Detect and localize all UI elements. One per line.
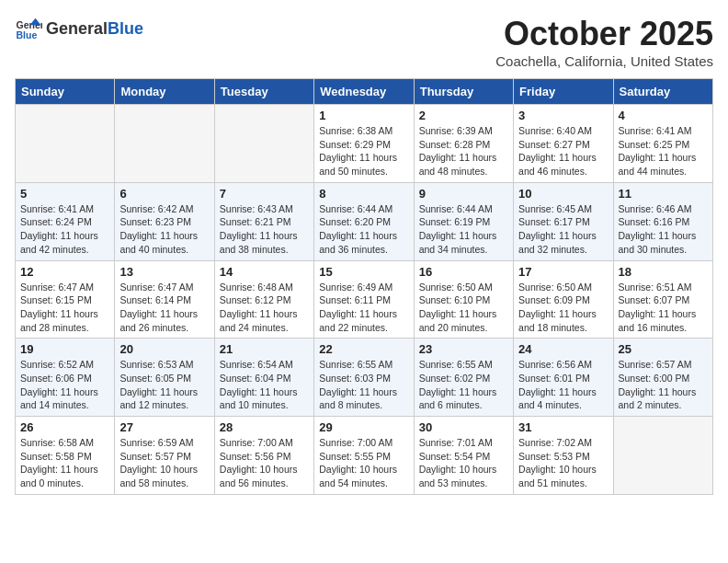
cell-info-line: and 51 minutes.	[518, 477, 608, 490]
cell-info-line: Daylight: 11 hours	[319, 307, 408, 321]
week-row-3: 12Sunrise: 6:47 AMSunset: 6:15 PMDayligh…	[16, 260, 713, 339]
cell-info-line: Sunrise: 7:01 AM	[419, 436, 508, 450]
calendar-cell: 14Sunrise: 6:48 AMSunset: 6:12 PMDayligh…	[214, 260, 313, 339]
day-number: 20	[119, 342, 209, 356]
cell-info-line: Sunrise: 6:41 AM	[20, 202, 109, 216]
calendar-cell: 24Sunrise: 6:56 AMSunset: 6:01 PMDayligh…	[514, 339, 613, 417]
cell-info-line: Sunrise: 6:42 AM	[119, 202, 209, 216]
cell-info-line: and 2 minutes.	[619, 398, 708, 412]
cell-info-line: Sunset: 6:05 PM	[119, 372, 209, 385]
cell-info-line: and 8 minutes.	[319, 398, 408, 412]
calendar-cell	[214, 105, 313, 183]
day-number: 11	[619, 187, 708, 201]
logo-blue: Blue	[108, 19, 143, 38]
cell-info-line: Daylight: 11 hours	[119, 229, 209, 243]
calendar-cell: 26Sunrise: 6:58 AMSunset: 5:58 PMDayligh…	[16, 417, 115, 495]
cell-info-line: Sunrise: 6:53 AM	[119, 358, 209, 372]
day-number: 8	[319, 187, 408, 201]
day-number: 2	[419, 109, 508, 122]
calendar-cell: 21Sunrise: 6:54 AMSunset: 6:04 PMDayligh…	[214, 339, 313, 417]
cell-info-line: Sunset: 6:14 PM	[119, 293, 209, 307]
cell-info-line: Sunrise: 6:57 AM	[619, 358, 708, 372]
cell-info-line: Sunrise: 6:41 AM	[619, 124, 708, 138]
cell-info-line: Sunset: 6:06 PM	[20, 372, 109, 385]
cell-info-line: Daylight: 11 hours	[419, 151, 508, 165]
day-number: 16	[419, 265, 508, 279]
cell-info-line: Sunrise: 6:48 AM	[220, 281, 309, 294]
day-number: 23	[419, 342, 508, 356]
cell-info-line: and 42 minutes.	[20, 243, 109, 257]
cell-info-line: Sunrise: 6:44 AM	[419, 202, 508, 216]
cell-info-line: Sunset: 6:16 PM	[619, 215, 708, 229]
cell-info-line: Sunrise: 7:00 AM	[319, 436, 408, 450]
calendar-cell: 10Sunrise: 6:45 AMSunset: 6:17 PMDayligh…	[514, 182, 613, 260]
cell-info-line: Sunrise: 6:39 AM	[419, 124, 508, 138]
week-row-2: 5Sunrise: 6:41 AMSunset: 6:24 PMDaylight…	[16, 182, 713, 260]
cell-info-line: and 24 minutes.	[220, 321, 309, 335]
cell-info-line: and 12 minutes.	[119, 398, 209, 412]
cell-info-line: Daylight: 11 hours	[619, 385, 708, 399]
calendar-cell: 8Sunrise: 6:44 AMSunset: 6:20 PMDaylight…	[314, 182, 414, 260]
cell-info-line: and 14 minutes.	[20, 398, 109, 412]
week-row-4: 19Sunrise: 6:52 AMSunset: 6:06 PMDayligh…	[16, 339, 713, 417]
cell-info-line: Sunrise: 6:46 AM	[619, 202, 708, 216]
calendar-cell: 20Sunrise: 6:53 AMSunset: 6:05 PMDayligh…	[115, 339, 214, 417]
calendar: SundayMondayTuesdayWednesdayThursdayFrid…	[15, 78, 713, 495]
day-number: 29	[319, 420, 408, 434]
column-header-thursday: Thursday	[414, 79, 513, 105]
calendar-cell: 12Sunrise: 6:47 AMSunset: 6:15 PMDayligh…	[16, 260, 115, 339]
cell-info-line: Daylight: 11 hours	[319, 229, 408, 243]
day-number: 22	[319, 342, 408, 356]
calendar-cell: 7Sunrise: 6:43 AMSunset: 6:21 PMDaylight…	[214, 182, 313, 260]
calendar-cell: 6Sunrise: 6:42 AMSunset: 6:23 PMDaylight…	[115, 182, 214, 260]
day-number: 10	[518, 187, 608, 201]
cell-info-line: Daylight: 11 hours	[20, 463, 109, 477]
calendar-cell: 27Sunrise: 6:59 AMSunset: 5:57 PMDayligh…	[115, 417, 214, 495]
day-number: 15	[319, 265, 408, 279]
calendar-cell: 3Sunrise: 6:40 AMSunset: 6:27 PMDaylight…	[514, 105, 613, 183]
column-header-monday: Monday	[115, 79, 214, 105]
calendar-cell: 13Sunrise: 6:47 AMSunset: 6:14 PMDayligh…	[115, 260, 214, 339]
cell-info-line: and 26 minutes.	[119, 321, 209, 335]
day-number: 30	[419, 420, 508, 434]
day-number: 21	[220, 342, 309, 356]
calendar-cell: 9Sunrise: 6:44 AMSunset: 6:19 PMDaylight…	[414, 182, 513, 260]
cell-info-line: and 44 minutes.	[619, 165, 708, 178]
cell-info-line: Daylight: 11 hours	[319, 385, 408, 399]
cell-info-line: Sunrise: 6:44 AM	[319, 202, 408, 216]
day-number: 14	[220, 265, 309, 279]
cell-info-line: Sunset: 6:12 PM	[220, 293, 309, 307]
calendar-cell: 25Sunrise: 6:57 AMSunset: 6:00 PMDayligh…	[613, 339, 712, 417]
cell-info-line: Sunrise: 7:02 AM	[518, 436, 608, 450]
calendar-cell: 17Sunrise: 6:50 AMSunset: 6:09 PMDayligh…	[514, 260, 613, 339]
cell-info-line: Daylight: 11 hours	[419, 229, 508, 243]
cell-info-line: Daylight: 11 hours	[20, 229, 109, 243]
calendar-cell: 15Sunrise: 6:49 AMSunset: 6:11 PMDayligh…	[314, 260, 414, 339]
location-title: Coachella, California, United States	[495, 53, 713, 69]
cell-info-line: and 40 minutes.	[119, 243, 209, 257]
cell-info-line: and 22 minutes.	[319, 321, 408, 335]
logo-icon: General Blue	[15, 15, 42, 42]
svg-text:Blue: Blue	[17, 29, 38, 40]
header-row: SundayMondayTuesdayWednesdayThursdayFrid…	[16, 79, 713, 105]
cell-info-line: Sunset: 6:17 PM	[518, 215, 608, 229]
cell-info-line: and 58 minutes.	[119, 477, 209, 490]
cell-info-line: and 18 minutes.	[518, 321, 608, 335]
cell-info-line: Daylight: 11 hours	[20, 385, 109, 399]
column-header-wednesday: Wednesday	[314, 79, 414, 105]
cell-info-line: Sunset: 6:00 PM	[619, 372, 708, 385]
day-number: 27	[119, 420, 209, 434]
cell-info-line: Sunset: 6:24 PM	[20, 215, 109, 229]
cell-info-line: and 48 minutes.	[419, 165, 508, 178]
cell-info-line: Daylight: 11 hours	[419, 385, 508, 399]
cell-info-line: and 53 minutes.	[419, 477, 508, 490]
cell-info-line: Sunrise: 6:55 AM	[419, 358, 508, 372]
calendar-cell: 31Sunrise: 7:02 AMSunset: 5:53 PMDayligh…	[514, 417, 613, 495]
day-number: 7	[220, 187, 309, 201]
cell-info-line: Sunrise: 6:47 AM	[20, 281, 109, 294]
cell-info-line: Sunrise: 6:45 AM	[518, 202, 608, 216]
day-number: 1	[319, 109, 408, 122]
day-number: 18	[619, 265, 708, 279]
day-number: 4	[619, 109, 708, 122]
cell-info-line: Sunrise: 6:40 AM	[518, 124, 608, 138]
